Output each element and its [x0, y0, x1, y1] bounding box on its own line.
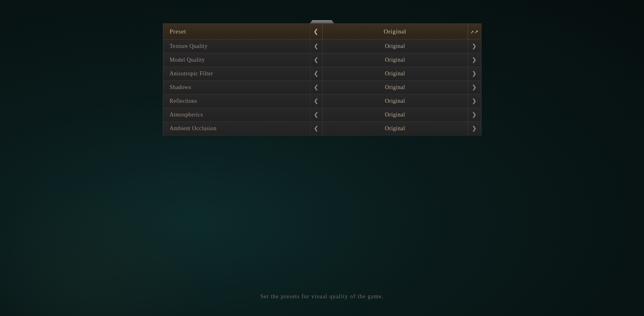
row-atmospherics[interactable]: Atmospherics ❮ Original ❯	[163, 108, 481, 122]
row-anisotropic-filter[interactable]: Anisotropic Filter ❮ Original ❯	[163, 67, 481, 81]
chevron-right-icon: ❯	[472, 43, 477, 49]
preset-left-arrow[interactable]: ❮	[310, 24, 322, 40]
chevron-left-icon: ❮	[313, 28, 319, 35]
chevron-left-icon: ❮	[314, 112, 319, 118]
shadows-value: Original	[322, 81, 468, 94]
atmospherics-left-arrow[interactable]: ❮	[310, 108, 322, 122]
texture-quality-left-arrow[interactable]: ❮	[310, 40, 322, 53]
ambient-occlusion-label: Ambient Occlusion	[163, 122, 310, 135]
reflections-label: Reflections	[163, 94, 310, 108]
chevron-right-icon: ❯	[472, 84, 477, 90]
anisotropic-filter-label: Anisotropic Filter	[163, 67, 310, 81]
shadows-left-arrow[interactable]: ❮	[310, 81, 322, 94]
settings-table: Preset ❮ Original ↗ Texture Quality ❮ Or…	[163, 23, 481, 135]
settings-panel: Preset ❮ Original ↗ Texture Quality ❮ Or…	[163, 20, 481, 135]
reflections-left-arrow[interactable]: ❮	[310, 94, 322, 108]
chevron-left-icon: ❮	[314, 71, 319, 77]
shadows-label: Shadows	[163, 81, 310, 94]
row-shadows[interactable]: Shadows ❮ Original ❯	[163, 81, 481, 94]
ambient-occlusion-right-arrow[interactable]: ❯	[468, 122, 481, 135]
reflections-right-arrow[interactable]: ❯	[468, 94, 481, 108]
chevron-left-icon: ❮	[314, 125, 319, 131]
chevron-right-icon: ❯	[472, 125, 477, 131]
chevron-right-icon: ❯	[472, 98, 477, 104]
chevron-left-icon: ❮	[314, 57, 319, 63]
atmospherics-value: Original	[322, 108, 468, 122]
row-texture-quality[interactable]: Texture Quality ❮ Original ❯	[163, 40, 481, 53]
chevron-right-icon: ❯	[472, 57, 477, 63]
ambient-occlusion-left-arrow[interactable]: ❮	[310, 122, 322, 135]
model-quality-value: Original	[322, 53, 468, 67]
model-quality-left-arrow[interactable]: ❮	[310, 53, 322, 67]
chevron-left-icon: ❮	[314, 43, 319, 49]
row-preset[interactable]: Preset ❮ Original ↗	[163, 24, 481, 40]
reflections-value: Original	[322, 94, 468, 108]
preset-right-arrow[interactable]: ↗	[468, 24, 481, 40]
cursor-icon: ↗	[471, 28, 474, 35]
texture-quality-right-arrow[interactable]: ❯	[468, 40, 481, 53]
model-quality-label: Model Quality	[163, 53, 310, 67]
anisotropic-filter-value: Original	[322, 67, 468, 81]
chevron-right-icon: ❯	[472, 71, 477, 77]
ambient-occlusion-value: Original	[322, 122, 468, 135]
chevron-left-icon: ❮	[314, 98, 319, 104]
anisotropic-filter-right-arrow[interactable]: ❯	[468, 67, 481, 81]
model-quality-right-arrow[interactable]: ❯	[468, 53, 481, 67]
atmospherics-label: Atmospherics	[163, 108, 310, 122]
texture-quality-value: Original	[322, 40, 468, 53]
texture-quality-label: Texture Quality	[163, 40, 310, 53]
preset-value: Original	[322, 24, 468, 40]
row-model-quality[interactable]: Model Quality ❮ Original ❯	[163, 53, 481, 67]
shadows-right-arrow[interactable]: ❯	[468, 81, 481, 94]
preset-label: Preset	[163, 24, 310, 40]
panel-top-handle	[163, 20, 481, 23]
anisotropic-filter-left-arrow[interactable]: ❮	[310, 67, 322, 81]
chevron-left-icon: ❮	[314, 84, 319, 90]
chevron-right-icon: ❯	[472, 112, 477, 118]
atmospherics-right-arrow[interactable]: ❯	[468, 108, 481, 122]
row-reflections[interactable]: Reflections ❮ Original ❯	[163, 94, 481, 108]
row-ambient-occlusion[interactable]: Ambient Occlusion ❮ Original ❯	[163, 122, 481, 135]
bottom-hint: Set the presets for visual quality of th…	[261, 293, 384, 300]
